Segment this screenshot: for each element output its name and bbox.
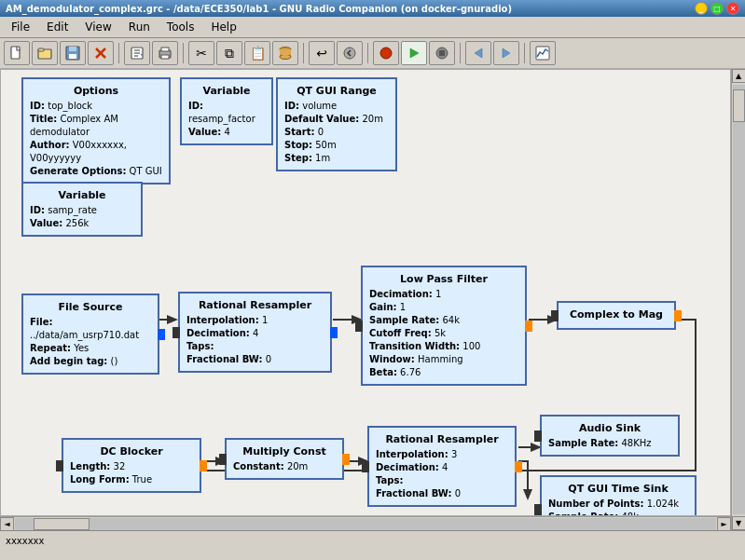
lpf-block[interactable]: Low Pass Filter Decimation: 1 Gain: 1 Sa… — [361, 266, 527, 386]
rr1-in-port — [172, 327, 180, 338]
svg-rect-4 — [69, 47, 76, 51]
qt-range-stop: Stop: 50m — [284, 139, 389, 152]
rational-resampler1-block[interactable]: Rational Resampler Interpolation: 1 Deci… — [178, 292, 332, 373]
minimize-button[interactable]: _ — [695, 2, 708, 15]
lpf-window: Window: Hamming — [369, 353, 518, 366]
lpf-decim: Decimation: 1 — [369, 288, 518, 301]
variable1-value: Value: 4 — [188, 126, 265, 139]
svg-point-19 — [380, 48, 392, 59]
back-button[interactable] — [337, 41, 363, 65]
menu-run[interactable]: Run — [121, 19, 158, 35]
svg-rect-2 — [38, 48, 44, 51]
file-source-file: File: ../data/am_usrp710.dat — [30, 316, 151, 342]
file-source-block[interactable]: File Source File: ../data/am_usrp710.dat… — [21, 294, 159, 375]
db-button[interactable] — [272, 41, 298, 65]
menu-help[interactable]: Help — [203, 19, 243, 35]
scroll-down-button[interactable]: ▼ — [732, 516, 746, 530]
multiply-const-block[interactable]: Multiply Const Constant: 20m — [225, 438, 344, 480]
stop-button[interactable] — [373, 41, 399, 65]
variable1-block[interactable]: Variable ID: resamp_factor Value: 4 — [180, 77, 273, 145]
scroll-track-right[interactable] — [733, 85, 745, 514]
scroll-up-button[interactable]: ▲ — [732, 69, 746, 83]
svg-marker-23 — [475, 48, 482, 58]
rr1-out-port — [330, 327, 338, 338]
scroll-thumb-right[interactable] — [733, 89, 745, 122]
close-button[interactable]: ✕ — [726, 2, 739, 15]
qt-range-start: Start: 0 — [284, 126, 389, 139]
scroll-right-button[interactable]: ► — [717, 517, 731, 531]
rr2-interp: Interpolation: 3 — [376, 448, 508, 461]
scrollbar-right[interactable]: ▲ ▼ — [731, 69, 745, 530]
lpf-beta: Beta: 6.76 — [369, 366, 518, 379]
qt-ts-points: Number of Points: 1.024k — [548, 498, 688, 511]
audio-sink-block[interactable]: Audio Sink Sample Rate: 48KHz — [540, 415, 680, 457]
svg-rect-13 — [161, 48, 169, 51]
toolbar-sep-5 — [460, 43, 461, 63]
undo-button[interactable]: ↩ — [309, 41, 335, 65]
scroll-left-button[interactable]: ◄ — [0, 517, 14, 531]
dc-blocker-block[interactable]: DC Blocker Length: 32 Long Form: True — [62, 438, 201, 493]
title-text: AM_demodulator_complex.grc - /data/ECE35… — [6, 4, 512, 14]
hscroll-track[interactable] — [15, 518, 716, 530]
menu-view[interactable]: View — [77, 19, 118, 35]
svg-rect-22 — [439, 50, 445, 56]
title-bar: AM_demodulator_complex.grc - /data/ECE35… — [0, 0, 745, 17]
menu-tools[interactable]: Tools — [159, 19, 202, 35]
toolbar-sep-6 — [524, 43, 525, 63]
close-file-button[interactable] — [88, 41, 114, 65]
options-block[interactable]: Options ID: top_block Title: Complex AM … — [21, 77, 171, 184]
file-source-title: File Source — [30, 300, 151, 314]
new-button[interactable] — [4, 41, 30, 65]
options-id: ID: top_block — [30, 100, 162, 113]
complex-to-mag-block[interactable]: Complex to Mag — [557, 301, 676, 330]
kill-button[interactable] — [429, 41, 455, 65]
menu-file[interactable]: File — [4, 19, 37, 35]
rational-resampler2-block[interactable]: Rational Resampler Interpolation: 3 Deci… — [367, 426, 517, 507]
menu-edit[interactable]: Edit — [39, 19, 76, 35]
lpf-samplerate: Sample Rate: 64k — [369, 314, 518, 327]
options-title-val: Title: Complex AM demodulator — [30, 113, 162, 139]
scrollbar-bottom[interactable]: ◄ ► — [0, 516, 731, 530]
copy-button[interactable]: ⧉ — [216, 41, 242, 65]
open-button[interactable] — [32, 41, 58, 65]
ctm-out-port — [674, 310, 682, 321]
rr2-decim: Decimation: 4 — [376, 461, 508, 474]
save-button[interactable] — [60, 41, 86, 65]
rr2-taps: Taps: — [376, 474, 508, 487]
dc-blocker-title: DC Blocker — [70, 444, 193, 458]
file-source-out-port — [158, 329, 165, 340]
variable1-id: ID: resamp_factor — [188, 100, 265, 126]
qt-time-sink-block[interactable]: QT GUI Time Sink Number of Points: 1.024… — [540, 475, 697, 516]
svg-rect-0 — [11, 47, 20, 59]
audio-sink-title: Audio Sink — [548, 421, 671, 435]
ctm-in-port — [551, 310, 559, 321]
rr2-out-port — [515, 461, 522, 472]
lpf-cutoff: Cutoff Freq: 5k — [369, 327, 518, 340]
edit-button[interactable] — [124, 41, 150, 65]
lpf-title: Low Pass Filter — [369, 272, 518, 286]
options-generate: Generate Options: QT GUI — [30, 165, 162, 178]
run-button[interactable] — [401, 41, 427, 65]
variable2-block[interactable]: Variable ID: samp_rate Value: 256k — [21, 182, 143, 237]
svg-marker-24 — [503, 48, 510, 58]
nav-forward-button[interactable] — [493, 41, 519, 65]
rr1-interp: Interpolation: 1 — [186, 314, 324, 327]
svg-rect-5 — [69, 54, 76, 59]
qt-range-block[interactable]: QT GUI Range ID: volume Default Value: 2… — [276, 77, 397, 171]
hscroll-thumb[interactable] — [34, 518, 90, 530]
graph-button[interactable] — [530, 41, 556, 65]
rr1-title: Rational Resampler — [186, 298, 324, 312]
rr1-taps: Taps: — [186, 340, 324, 353]
toolbar-sep-2 — [183, 43, 184, 63]
mc-out-port — [342, 454, 350, 465]
mc-title: Multiply Const — [233, 444, 336, 458]
cut-button[interactable]: ✂ — [188, 41, 214, 65]
print-button[interactable] — [152, 41, 178, 65]
mc-constant: Constant: 20m — [233, 460, 336, 473]
nav-back-button[interactable] — [465, 41, 491, 65]
paste-button[interactable]: 📋 — [244, 41, 270, 65]
dc-blocker-longform: Long Form: True — [70, 473, 193, 486]
file-source-begin: Add begin tag: () — [30, 355, 151, 368]
maximize-button[interactable]: □ — [711, 2, 724, 15]
canvas-area[interactable]: Options ID: top_block Title: Complex AM … — [0, 69, 731, 516]
